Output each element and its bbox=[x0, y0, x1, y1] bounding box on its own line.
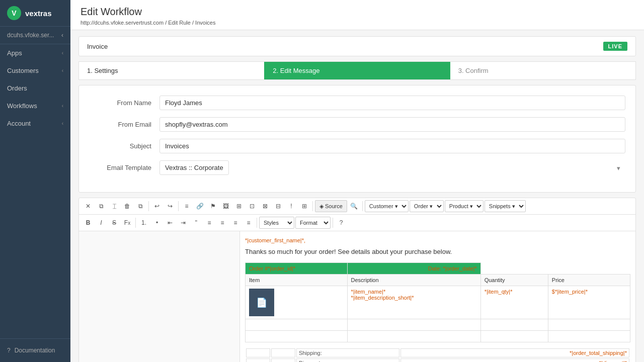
wizard-step-edit-message[interactable]: 2. Edit Message bbox=[265, 62, 450, 79]
editor-toolbar-bottom: B I S Fx 1. • ⇤ ⇥ " ≡ ≡ ≡ ≡ Styles Forma… bbox=[79, 215, 635, 231]
chevron-icon: ‹ bbox=[62, 121, 63, 126]
discount-label: Discount: bbox=[296, 358, 399, 362]
sidebar-server-item[interactable]: dcuhs.vfoke.ser... ‹ bbox=[0, 27, 70, 44]
empty-row-2 bbox=[246, 331, 630, 342]
empty-cell-2 bbox=[347, 319, 480, 331]
page-header: Edit Workflow http://dcuhs.vfoke.servert… bbox=[70, 0, 644, 30]
sidebar-item-workflows[interactable]: Workflows ‹ bbox=[0, 97, 70, 115]
email-thanks-text: Thanks so much for your order! See detai… bbox=[245, 248, 630, 255]
email-template-label: Email Template bbox=[89, 164, 159, 171]
format-dropdown[interactable]: Format bbox=[295, 217, 331, 229]
toolbar-indent-button[interactable]: ⇥ bbox=[177, 217, 189, 229]
wizard-step-confirm[interactable]: 3. Confirm bbox=[450, 62, 635, 79]
sidebar-item-account[interactable]: Account ‹ bbox=[0, 115, 70, 132]
from-name-label: From Name bbox=[89, 99, 159, 107]
toolbar-format-button[interactable]: ≡ bbox=[181, 200, 193, 212]
toolbar-strikethrough-button[interactable]: S bbox=[108, 217, 120, 229]
from-name-input[interactable] bbox=[159, 96, 625, 110]
item-row: 📄 *|item_name|* *|item_description_short… bbox=[246, 286, 630, 319]
empty-cell-3 bbox=[480, 319, 548, 331]
toolbar-table4-button[interactable]: ⊟ bbox=[272, 200, 284, 212]
wizard-step-settings[interactable]: 1. Settings bbox=[79, 62, 265, 79]
sidebar-logo[interactable]: V vextras bbox=[0, 0, 70, 27]
toolbar-duplicate-button[interactable]: ⧉ bbox=[134, 200, 146, 212]
toolbar-ol-button[interactable]: 1. bbox=[138, 217, 150, 229]
toolbar-align-justify-button[interactable]: ≡ bbox=[243, 217, 255, 229]
toolbar-cut-button[interactable]: ✕ bbox=[82, 200, 94, 212]
wizard-step-label: 2. Edit Message bbox=[273, 67, 319, 74]
toolbar-table-button[interactable]: ⊞ bbox=[233, 200, 245, 212]
wizard-step-label: 3. Confirm bbox=[458, 67, 489, 74]
sidebar-item-apps[interactable]: Apps ‹ bbox=[0, 44, 70, 62]
from-email-input[interactable] bbox=[159, 117, 625, 132]
chevron-icon: ‹ bbox=[62, 68, 63, 73]
toolbar-source-button[interactable]: ◈ Source bbox=[315, 200, 347, 212]
editor-toolbar-top: ✕ ⧉ ⌶ 🗑 ⧉ ↩ ↪ ≡ 🔗 ⚑ 🖼 ⊞ ⊡ ⊠ ⊟ ! ⊞ ◈ Sour… bbox=[79, 198, 635, 215]
invoice-bar: Invoice LIVE bbox=[78, 36, 636, 56]
snippets-dropdown[interactable]: Snippets ▾ bbox=[485, 200, 526, 212]
toolbar-grid-button[interactable]: ⊞ bbox=[298, 200, 310, 212]
page-title: Edit Workflow bbox=[80, 6, 634, 18]
sidebar-item-label: Orders bbox=[7, 84, 27, 92]
sidebar-item-orders[interactable]: Orders bbox=[0, 79, 70, 97]
source-icon: ◈ bbox=[319, 203, 324, 210]
toolbar-table3-button[interactable]: ⊠ bbox=[259, 200, 271, 212]
price-header: Price bbox=[548, 275, 630, 286]
toolbar-bold-button[interactable]: B bbox=[82, 217, 94, 229]
toolbar-italic-button[interactable]: I bbox=[95, 217, 107, 229]
documentation-label: Documentation bbox=[15, 347, 55, 354]
sidebar-bottom: ? Documentation bbox=[0, 338, 70, 362]
totals-empty-1 bbox=[246, 348, 270, 357]
toolbar-table2-button[interactable]: ⊡ bbox=[246, 200, 258, 212]
toolbar-flag-button[interactable]: ⚑ bbox=[207, 200, 219, 212]
sidebar-item-customers[interactable]: Customers ‹ bbox=[0, 62, 70, 79]
breadcrumb-invoices: Invoices bbox=[195, 20, 215, 26]
toolbar-delete-button[interactable]: 🗑 bbox=[121, 200, 133, 212]
toolbar-align-center-button[interactable]: ≡ bbox=[216, 217, 228, 229]
subject-input[interactable] bbox=[159, 139, 625, 153]
toolbar-undo-button[interactable]: ↩ bbox=[151, 200, 163, 212]
toolbar-blockquote-button[interactable]: " bbox=[190, 217, 202, 229]
toolbar-image-button[interactable]: 🖼 bbox=[220, 200, 232, 212]
toolbar-formula-button[interactable]: Fx bbox=[121, 217, 133, 229]
sidebar: V vextras dcuhs.vfoke.ser... ‹ Apps ‹ Cu… bbox=[0, 0, 70, 362]
toolbar-inspect-button[interactable]: 🔍 bbox=[348, 200, 360, 212]
documentation-icon: ? bbox=[7, 347, 11, 354]
toolbar-exclaim-button[interactable]: ! bbox=[285, 200, 297, 212]
styles-dropdown[interactable]: Styles bbox=[259, 217, 294, 229]
from-email-row: From Email bbox=[89, 117, 625, 132]
item-header: Item bbox=[246, 275, 348, 286]
toolbar-copy-button[interactable]: ⧉ bbox=[95, 200, 107, 212]
editor-left-panel bbox=[79, 231, 240, 362]
toolbar-align-left-button[interactable]: ≡ bbox=[203, 217, 215, 229]
toolbar-separator bbox=[148, 201, 149, 211]
toolbar-ul-button[interactable]: • bbox=[151, 217, 163, 229]
editor-body: *|customer_first_name|*, Thanks so much … bbox=[79, 231, 635, 362]
invoice-label: Invoice bbox=[87, 43, 108, 50]
chevron-icon: ‹ bbox=[62, 103, 63, 109]
toolbar-outdent-button[interactable]: ⇤ bbox=[164, 217, 176, 229]
toolbar-help-button[interactable]: ? bbox=[335, 217, 347, 229]
item-price-var: $*|item_price|* bbox=[552, 289, 588, 295]
order-id-cell: Order #*|order_id|* bbox=[246, 263, 348, 275]
email-template-select[interactable]: Vextras :: Corporate bbox=[159, 160, 229, 175]
toolbar-redo-button[interactable]: ↪ bbox=[164, 200, 176, 212]
product-dropdown[interactable]: Product ▾ bbox=[445, 200, 484, 212]
toolbar-separator-2 bbox=[178, 201, 179, 211]
live-badge: LIVE bbox=[603, 42, 627, 51]
toolbar-align-right-button[interactable]: ≡ bbox=[229, 217, 242, 229]
live-toggle-container[interactable]: LIVE bbox=[603, 42, 627, 51]
server-label: dcuhs.vfoke.ser... bbox=[7, 32, 54, 39]
toolbar-paste-button[interactable]: ⌶ bbox=[108, 200, 120, 212]
item-desc-var: *|item_description_short|* bbox=[351, 295, 477, 301]
sidebar-item-label: Apps bbox=[7, 49, 22, 57]
wizard-steps: 1. Settings 2. Edit Message 3. Confirm bbox=[78, 61, 636, 80]
order-dropdown[interactable]: Order ▾ bbox=[410, 200, 444, 212]
email-template-row: Email Template Vextras :: Corporate bbox=[89, 160, 625, 175]
order-header-row: Order #*|order_id|* Date: *|order_date|* bbox=[246, 263, 630, 275]
customer-dropdown[interactable]: Customer ▾ bbox=[365, 200, 409, 212]
toolbar-link-button[interactable]: 🔗 bbox=[194, 200, 206, 212]
editor-right-panel[interactable]: *|customer_first_name|*, Thanks so much … bbox=[240, 231, 635, 362]
column-headers-row: Item Description Quantity Price bbox=[246, 275, 630, 286]
sidebar-item-documentation[interactable]: ? Documentation bbox=[0, 343, 70, 358]
